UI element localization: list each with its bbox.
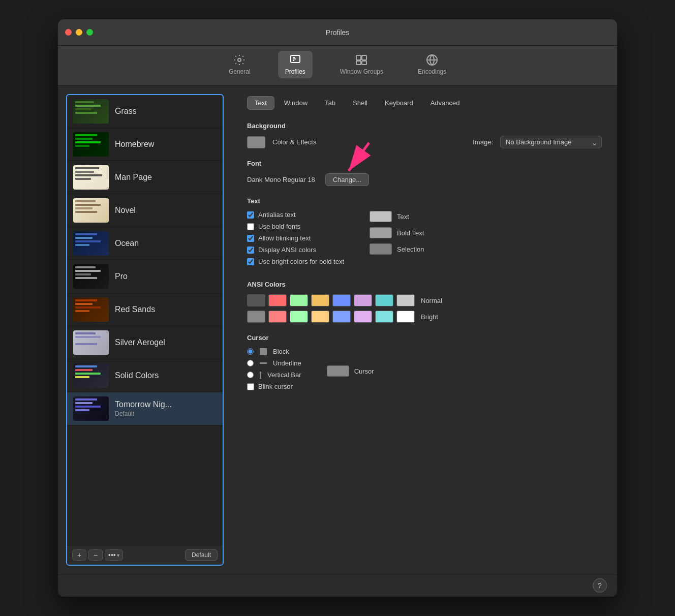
ansi-normal-4[interactable] bbox=[332, 294, 351, 306]
ansi-normal-7[interactable] bbox=[396, 294, 415, 306]
minimize-button[interactable] bbox=[76, 29, 82, 36]
cursor-vertbar-radio[interactable] bbox=[247, 372, 254, 378]
background-row: Color & Effects Image: No Background Ima… bbox=[247, 136, 602, 148]
text-color-row: Text bbox=[370, 211, 424, 222]
cursor-radio-group: Block Underline Vertical Bar bbox=[247, 348, 301, 394]
blinking-checkbox[interactable] bbox=[247, 235, 254, 242]
profile-item-tomorrow[interactable]: Tomorrow Nig... Default bbox=[67, 392, 223, 425]
maximize-button[interactable] bbox=[86, 29, 93, 36]
profile-item-redsands[interactable]: Red Sands bbox=[67, 293, 223, 326]
ansi-bright-0[interactable] bbox=[247, 311, 265, 323]
add-profile-button[interactable]: + bbox=[72, 549, 86, 561]
blink-cursor-checkbox[interactable] bbox=[247, 383, 254, 390]
image-select-wrapper: No Background Image bbox=[500, 136, 602, 148]
cursor-underline-radio[interactable] bbox=[247, 360, 254, 366]
tab-window[interactable]: Window bbox=[277, 96, 315, 110]
profile-name-pro: Pro bbox=[115, 272, 128, 281]
blink-cursor-label: Blink cursor bbox=[258, 383, 293, 390]
ansi-normal-1[interactable] bbox=[268, 294, 287, 306]
profile-icon bbox=[289, 54, 301, 66]
tab-tab[interactable]: Tab bbox=[317, 96, 343, 110]
profile-subtitle-tomorrow: Default bbox=[115, 410, 172, 417]
blinking-row: Allow blinking text bbox=[247, 234, 344, 242]
profile-name-manpage: Man Page bbox=[115, 173, 152, 182]
profile-thumb-redsands bbox=[73, 297, 109, 322]
profile-thumb-tomorrow bbox=[73, 396, 109, 421]
ansi-normal-0[interactable] bbox=[247, 294, 265, 306]
main-window: Profiles General Profiles Window bbox=[58, 19, 617, 597]
background-color-swatch[interactable] bbox=[247, 136, 265, 148]
text-title: Text bbox=[247, 197, 602, 205]
sidebar-footer: + − ••• ▾ Default bbox=[67, 545, 223, 565]
svg-rect-3 bbox=[362, 55, 366, 60]
cursor-block-label: Block bbox=[273, 348, 289, 355]
svg-rect-4 bbox=[356, 61, 361, 65]
window-groups-icon bbox=[355, 54, 367, 66]
change-font-button[interactable]: Change... bbox=[325, 173, 369, 186]
antialias-label: Antialias text bbox=[258, 211, 296, 219]
image-select[interactable]: No Background Image bbox=[500, 136, 602, 148]
bold-color-swatch[interactable] bbox=[370, 227, 392, 238]
remove-profile-button[interactable]: − bbox=[88, 549, 103, 561]
close-button[interactable] bbox=[65, 29, 72, 36]
profile-item-pro[interactable]: Pro bbox=[67, 260, 223, 293]
tab-advanced[interactable]: Advanced bbox=[423, 96, 468, 110]
ansi-bright-3[interactable] bbox=[311, 311, 329, 323]
bold-color-label: Bold Text bbox=[397, 229, 424, 237]
ansi-bright-4[interactable] bbox=[332, 311, 351, 323]
ansi-bright-6[interactable] bbox=[375, 311, 393, 323]
color-effects-label: Color & Effects bbox=[272, 138, 316, 146]
svg-rect-5 bbox=[362, 61, 366, 65]
ansi-bright-1[interactable] bbox=[268, 311, 287, 323]
antialias-checkbox[interactable] bbox=[247, 211, 254, 219]
profile-item-ocean[interactable]: Ocean bbox=[67, 227, 223, 260]
toolbar-item-window-groups[interactable]: Window Groups bbox=[333, 51, 390, 78]
ansi-normal-label: Normal bbox=[421, 297, 442, 304]
bold-fonts-row: Use bold fonts bbox=[247, 223, 344, 230]
gear-icon bbox=[233, 54, 246, 66]
general-label: General bbox=[229, 68, 251, 75]
font-section: Font Dank Mono Regular 18 Change... bbox=[247, 160, 602, 186]
toolbar-item-encodings[interactable]: Encodings bbox=[411, 51, 453, 78]
profile-item-manpage[interactable]: Man Page bbox=[67, 161, 223, 194]
bright-colors-checkbox[interactable] bbox=[247, 258, 254, 265]
toolbar-item-general[interactable]: General bbox=[222, 51, 258, 78]
more-options-button[interactable]: ••• ▾ bbox=[105, 549, 123, 561]
cursor-underline-label: Underline bbox=[273, 359, 301, 367]
cursor-underline-row: Underline bbox=[247, 359, 301, 367]
tab-shell[interactable]: Shell bbox=[345, 96, 375, 110]
ansi-bright-2[interactable] bbox=[290, 311, 308, 323]
bold-fonts-checkbox[interactable] bbox=[247, 223, 254, 230]
toolbar-item-profiles[interactable]: Profiles bbox=[278, 51, 313, 78]
cursor-color-label: Cursor bbox=[354, 367, 374, 375]
window-groups-label: Window Groups bbox=[340, 68, 383, 75]
ansi-colors-checkbox[interactable] bbox=[247, 247, 254, 254]
profile-item-silveraerogel[interactable]: Silver Aerogel bbox=[67, 326, 223, 359]
profile-item-grass[interactable]: Grass bbox=[67, 95, 223, 128]
help-button[interactable]: ? bbox=[593, 578, 607, 593]
selection-color-swatch[interactable] bbox=[370, 243, 392, 255]
cursor-title: Cursor bbox=[247, 334, 602, 342]
bright-colors-row: Use bright colors for bold text bbox=[247, 258, 344, 265]
cursor-block-radio[interactable] bbox=[247, 348, 254, 355]
ansi-normal-2[interactable] bbox=[290, 294, 308, 306]
text-color-swatches: Text Bold Text Selection bbox=[370, 211, 424, 269]
profile-item-novel[interactable]: Novel bbox=[67, 194, 223, 227]
tab-text[interactable]: Text bbox=[247, 96, 274, 110]
ansi-normal-5[interactable] bbox=[354, 294, 372, 306]
cursor-vertbar-preview bbox=[260, 372, 261, 379]
ansi-normal-3[interactable] bbox=[311, 294, 329, 306]
profile-item-solidcolors[interactable]: Solid Colors bbox=[67, 359, 223, 392]
main-content: Grass Homebrew bbox=[58, 86, 617, 574]
ansi-bright-5[interactable] bbox=[354, 311, 372, 323]
cursor-color-swatch[interactable] bbox=[327, 365, 349, 377]
ansi-grid: Normal Bright bbox=[247, 294, 602, 323]
ansi-normal-6[interactable] bbox=[375, 294, 393, 306]
cursor-underline-preview bbox=[260, 362, 267, 364]
profile-name-silveraerogel: Silver Aerogel bbox=[115, 338, 165, 347]
tab-keyboard[interactable]: Keyboard bbox=[377, 96, 421, 110]
ansi-bright-7[interactable] bbox=[396, 311, 415, 323]
text-color-swatch[interactable] bbox=[370, 211, 392, 222]
default-button[interactable]: Default bbox=[185, 549, 218, 561]
profile-item-homebrew[interactable]: Homebrew bbox=[67, 128, 223, 161]
